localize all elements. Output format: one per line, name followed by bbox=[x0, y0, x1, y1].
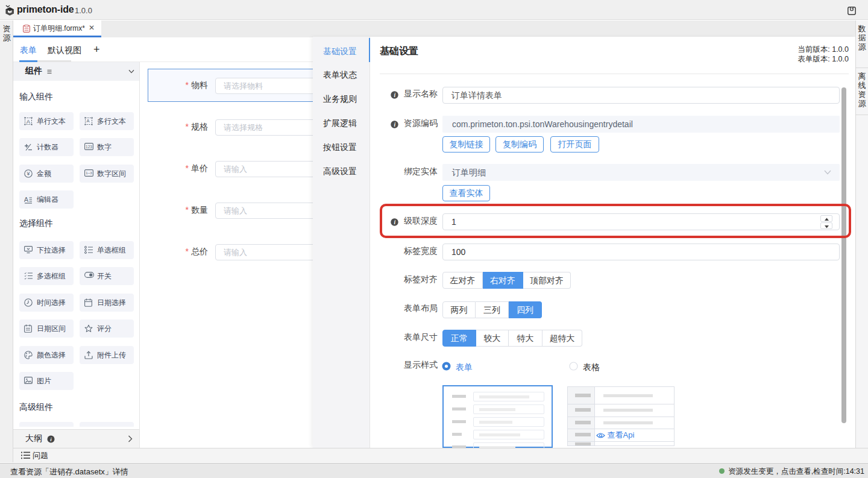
svg-text:A: A bbox=[24, 196, 29, 203]
svg-text:1~3: 1~3 bbox=[86, 171, 92, 175]
svg-text:¥: ¥ bbox=[26, 171, 30, 177]
svg-text:123: 123 bbox=[86, 145, 92, 149]
svg-text:A: A bbox=[86, 118, 89, 124]
svg-text:A: A bbox=[27, 118, 31, 125]
